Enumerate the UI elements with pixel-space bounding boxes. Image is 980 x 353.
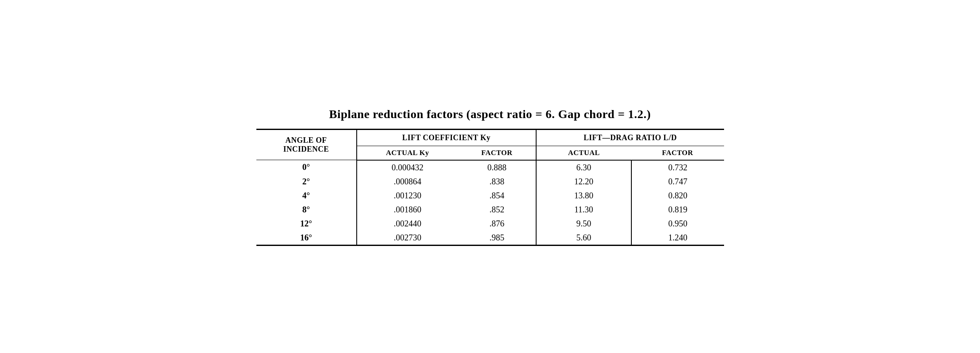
table-row-actual-ky: .001230 <box>357 189 458 203</box>
table-row-ky-factor: .854 <box>458 189 536 203</box>
sub-ky-factor: FACTOR <box>458 146 536 160</box>
table-row-ky-factor: .838 <box>458 175 536 189</box>
page-container: Biplane reduction factors (aspect ratio … <box>256 107 724 246</box>
lift-coeff-header: LIFT COEFFICIENT Ky <box>357 129 536 146</box>
table-row-ld-actual: 11.30 <box>536 203 631 217</box>
table-row-ld-actual: 13.80 <box>536 189 631 203</box>
table-row-actual-ky: .001860 <box>357 203 458 217</box>
table-row-angle: 8° <box>256 203 357 217</box>
table-row-ky-factor: .876 <box>458 217 536 231</box>
table-row-ld-actual: 5.60 <box>536 231 631 246</box>
table-row-ky-factor: .852 <box>458 203 536 217</box>
table-row-actual-ky: .002440 <box>357 217 458 231</box>
table-row-actual-ky: .000864 <box>357 175 458 189</box>
table-row-ky-factor: .985 <box>458 231 536 246</box>
data-table: ANGLE OFINCIDENCE LIFT COEFFICIENT Ky LI… <box>256 129 724 246</box>
sub-ld-factor: FACTOR <box>631 146 724 160</box>
table-row-ld-actual: 9.50 <box>536 217 631 231</box>
table-row-angle: 16° <box>256 231 357 246</box>
table-row-ld-factor: 0.747 <box>631 175 724 189</box>
table-row-ky-factor: 0.888 <box>458 160 536 175</box>
table-row-actual-ky: .002730 <box>357 231 458 246</box>
table-row-angle: 2° <box>256 175 357 189</box>
table-row-ld-factor: 0.820 <box>631 189 724 203</box>
table-row-ld-actual: 12.20 <box>536 175 631 189</box>
table-row-ld-factor: 1.240 <box>631 231 724 246</box>
angle-col-header: ANGLE OFINCIDENCE <box>256 129 357 160</box>
table-row-actual-ky: 0.000432 <box>357 160 458 175</box>
table-row-angle: 12° <box>256 217 357 231</box>
page-title: Biplane reduction factors (aspect ratio … <box>256 107 724 121</box>
table-row-ld-factor: 0.732 <box>631 160 724 175</box>
table-row-ld-factor: 0.950 <box>631 217 724 231</box>
table-row-angle: 4° <box>256 189 357 203</box>
table-row-ld-actual: 6.30 <box>536 160 631 175</box>
sub-ld-actual: ACTUAL <box>536 146 631 160</box>
lift-drag-header: LIFT—DRAG RATIO L/D <box>536 129 724 146</box>
sub-actual-ky: ACTUAL Ky <box>357 146 458 160</box>
table-row-angle: 0° <box>256 160 357 175</box>
table-row-ld-factor: 0.819 <box>631 203 724 217</box>
